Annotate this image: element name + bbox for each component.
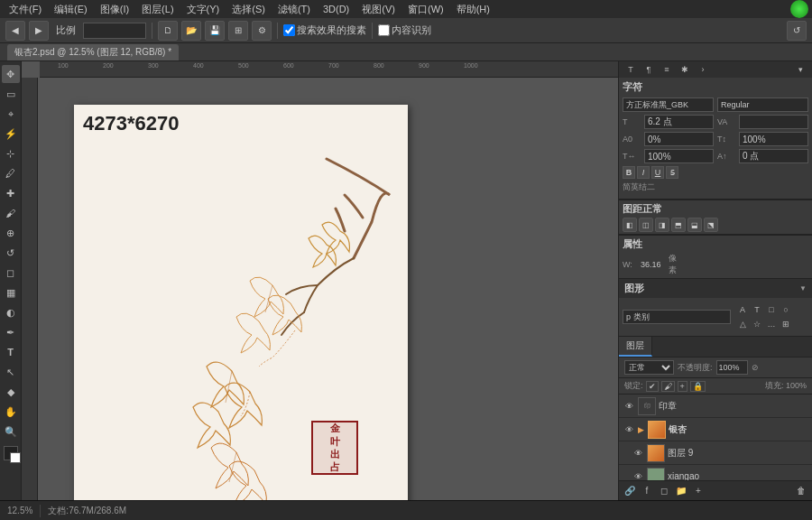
shape-icon-tri[interactable]: △ bbox=[736, 318, 749, 330]
blend-mode-select[interactable]: 正常 bbox=[624, 360, 674, 375]
underline-btn[interactable]: U bbox=[651, 166, 664, 179]
shape-icon-t[interactable]: T bbox=[751, 303, 763, 316]
layer-item-yinxing[interactable]: 👁 ▶ 银杏 bbox=[619, 418, 812, 441]
toolbar-btn-grid[interactable]: ⊞ bbox=[228, 21, 248, 41]
lock-transparency-btn[interactable]: ✔ bbox=[646, 381, 659, 392]
tool-dodge[interactable]: ◐ bbox=[2, 303, 20, 321]
shape-icon-a[interactable]: A bbox=[736, 303, 749, 316]
align-right[interactable]: ◨ bbox=[655, 218, 669, 232]
toolbar-btn-new[interactable]: 🗋 bbox=[158, 21, 178, 41]
panel-btn-more[interactable]: › bbox=[695, 61, 711, 78]
tool-select-rect[interactable]: ▭ bbox=[2, 85, 20, 103]
shape-icon-star[interactable]: ☆ bbox=[751, 318, 763, 330]
link-layers-btn[interactable]: 🔗 bbox=[623, 484, 637, 498]
font-family-input[interactable] bbox=[623, 98, 714, 112]
new-layer-btn[interactable]: + bbox=[691, 484, 706, 498]
tool-stamp[interactable]: ⊕ bbox=[2, 224, 20, 242]
leading-input[interactable] bbox=[644, 132, 714, 146]
delete-layer-btn[interactable]: 🗑 bbox=[794, 484, 808, 498]
tool-crop[interactable]: ⊹ bbox=[2, 144, 20, 162]
menu-item-file[interactable]: 文件(F) bbox=[4, 1, 47, 18]
toolbar-btn-open[interactable]: 📂 bbox=[181, 21, 201, 41]
zoom-input[interactable] bbox=[83, 23, 146, 39]
tool-path-select[interactable]: ↖ bbox=[2, 363, 20, 381]
panel-btn-style[interactable]: ✱ bbox=[677, 61, 693, 78]
align-left[interactable]: ◧ bbox=[623, 218, 637, 232]
horizontal-scale-input[interactable] bbox=[644, 149, 714, 163]
foreground-color[interactable] bbox=[4, 446, 18, 460]
new-group-btn[interactable]: 📁 bbox=[674, 484, 688, 498]
menu-item-image[interactable]: 图像(I) bbox=[95, 1, 134, 18]
menu-item-help[interactable]: 帮助(H) bbox=[451, 1, 495, 18]
menu-item-text[interactable]: 文字(Y) bbox=[181, 1, 226, 18]
tool-text[interactable]: T bbox=[2, 343, 20, 361]
menu-item-view[interactable]: 视图(V) bbox=[356, 1, 401, 18]
font-size-input[interactable] bbox=[644, 115, 714, 129]
panel-collapse[interactable]: ▾ bbox=[792, 61, 808, 78]
menu-item-window[interactable]: 窗口(W) bbox=[402, 1, 449, 18]
layer-item-yinzhang[interactable]: 👁 印 印章 bbox=[619, 395, 812, 418]
font-style-input[interactable] bbox=[717, 98, 808, 112]
menu-item-3d[interactable]: 3D(D) bbox=[318, 2, 355, 16]
search-effects-checkbox-label[interactable]: 搜索效果的搜素 bbox=[283, 23, 366, 37]
content-recognition-checkbox[interactable] bbox=[378, 24, 390, 36]
add-mask-btn[interactable]: ◻ bbox=[657, 484, 671, 498]
toolbar-undo[interactable]: ↺ bbox=[787, 21, 807, 41]
tool-gradient[interactable]: ▦ bbox=[2, 283, 20, 302]
eye-icon-9[interactable]: 👁 bbox=[632, 447, 644, 460]
vertical-scale-input[interactable] bbox=[739, 132, 808, 146]
tool-lasso[interactable]: ⌖ bbox=[2, 105, 20, 123]
tool-hand[interactable]: ✋ bbox=[2, 403, 20, 421]
eye-icon-xiangao[interactable]: 👁 bbox=[632, 470, 644, 481]
green-circle-button[interactable] bbox=[790, 0, 808, 18]
shape-icon-grid[interactable]: ⊞ bbox=[780, 318, 792, 330]
shape-icon-circle[interactable]: ○ bbox=[780, 303, 792, 316]
content-recognition-checkbox-label[interactable]: 内容识别 bbox=[378, 23, 431, 37]
tool-eyedropper[interactable]: 🖊 bbox=[2, 164, 20, 182]
toolbar-btn-save[interactable]: 💾 bbox=[205, 21, 225, 41]
tool-brush[interactable]: 🖌 bbox=[2, 204, 20, 222]
toolbar-arrow-left[interactable]: ◀ bbox=[5, 21, 25, 41]
shape-icon-rect[interactable]: □ bbox=[765, 303, 778, 316]
tab-layers[interactable]: 图层 bbox=[619, 337, 652, 357]
shape-icon-more[interactable]: … bbox=[765, 318, 778, 330]
layer-item-9[interactable]: 👁 图层 9 bbox=[619, 441, 812, 465]
layer-item-xiangao[interactable]: 👁 xiangao bbox=[619, 465, 812, 480]
strikethrough-btn[interactable]: S̶ bbox=[666, 166, 678, 179]
add-style-btn[interactable]: f bbox=[640, 484, 654, 498]
align-center-h[interactable]: ◫ bbox=[639, 218, 653, 232]
lock-paint-btn[interactable]: 🖌 bbox=[661, 381, 675, 392]
panel-btn-char[interactable]: T bbox=[623, 61, 639, 78]
panel-btn-para[interactable]: ¶ bbox=[641, 61, 657, 78]
menu-item-select[interactable]: 选择(S) bbox=[226, 1, 271, 18]
tool-pen[interactable]: ✒ bbox=[2, 323, 20, 341]
bold-btn[interactable]: B bbox=[623, 166, 635, 179]
panel-btn-align[interactable]: ≡ bbox=[659, 61, 675, 78]
align-center-v[interactable]: ⬓ bbox=[687, 218, 702, 232]
canvas-area[interactable]: 100 200 300 400 500 600 700 800 900 1000… bbox=[22, 61, 618, 500]
baseline-input[interactable] bbox=[739, 149, 808, 163]
tool-heal[interactable]: ✚ bbox=[2, 184, 20, 202]
align-top[interactable]: ⬒ bbox=[671, 218, 686, 232]
doc-tab[interactable]: 银杏2.psd @ 12.5% (图层 12, RGB/8) * bbox=[7, 44, 179, 60]
menu-item-filter[interactable]: 滤镜(T) bbox=[272, 1, 316, 18]
tool-move[interactable]: ✥ bbox=[2, 65, 20, 83]
toolbar-btn-settings[interactable]: ⚙ bbox=[252, 21, 272, 41]
tool-magic-wand[interactable]: ⚡ bbox=[2, 125, 20, 143]
toolbar-arrow-right[interactable]: ▶ bbox=[29, 21, 49, 41]
search-effects-checkbox[interactable] bbox=[283, 24, 295, 36]
tracking-input[interactable] bbox=[739, 115, 808, 129]
lock-position-btn[interactable]: + bbox=[678, 381, 687, 392]
shape-panel-header[interactable]: 图形 ▼ bbox=[619, 279, 812, 298]
italic-btn[interactable]: I bbox=[637, 166, 650, 179]
tool-zoom[interactable]: 🔍 bbox=[2, 422, 20, 441]
opacity-input[interactable] bbox=[716, 360, 748, 375]
menu-item-layer[interactable]: 图层(L) bbox=[136, 1, 179, 18]
tool-eraser[interactable]: ◻ bbox=[2, 264, 20, 282]
menu-item-edit[interactable]: 编辑(E) bbox=[49, 1, 93, 18]
tool-shapes[interactable]: ◆ bbox=[2, 383, 20, 401]
eye-icon-yinxing[interactable]: 👁 bbox=[623, 423, 635, 436]
layer-chain-icon[interactable]: ⊘ bbox=[752, 363, 759, 372]
eye-icon-yinzhang[interactable]: 👁 bbox=[623, 400, 635, 413]
shape-search-input[interactable] bbox=[623, 310, 731, 324]
